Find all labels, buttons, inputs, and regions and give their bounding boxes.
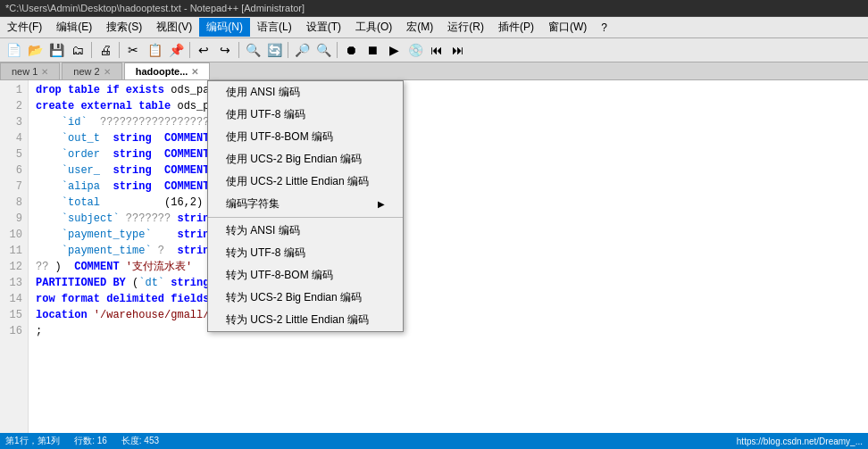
macro-save-btn[interactable]: 💿 [405, 40, 425, 60]
tab-close-icon[interactable]: ✕ [191, 67, 198, 77]
line-number-11: 11 [5, 243, 22, 259]
menu-item-label: 转为 UCS-2 Little Endian 编码 [226, 312, 369, 328]
encoding-menu-item-charset[interactable]: 编码字符集▶ [208, 193, 403, 215]
code-line-4[interactable]: `out_t string COMMENT '对外业务编号', [36, 130, 861, 146]
redo-btn[interactable]: ↪ [215, 40, 235, 60]
code-line-3[interactable]: `id` ?????????????????????'号', [36, 114, 861, 130]
line-number-13: 13 [5, 275, 22, 291]
macro-next-btn[interactable]: ⏭ [448, 40, 468, 60]
submenu-arrow-icon: ▶ [378, 199, 385, 209]
encoding-menu-item-toucs2le[interactable]: 转为 UCS-2 Little Endian 编码 [208, 309, 403, 331]
menu-item-tools[interactable]: 工具(O) [348, 18, 399, 37]
status-position: 第1行，第1列 [5, 435, 60, 447]
code-line-2[interactable]: create external table ods_payment_info( [36, 98, 861, 114]
find-btn[interactable]: 🔍 [243, 40, 263, 60]
macro-play-btn[interactable]: ▶ [384, 40, 404, 60]
menu-item-label: 使用 ANSI 编码 [226, 85, 300, 100]
code-line-9[interactable]: `subject` ??????? string COMMENT '交易内容', [36, 211, 861, 227]
new-btn[interactable]: 📄 [4, 40, 23, 60]
menu-item-window[interactable]: 窗口(W) [541, 18, 594, 37]
code-line-5[interactable]: `order string COMMENT '订单编号', [36, 146, 861, 162]
macro-stop-btn[interactable]: ⏹ [363, 40, 382, 60]
menu-separator-6 [208, 217, 403, 218]
status-length: 长度: 453 [121, 435, 159, 447]
menu-item-label: 编码字符集 [226, 196, 280, 212]
code-line-1[interactable]: drop table if exists ods_payment_info; [36, 82, 861, 98]
code-line-11[interactable]: `payment_time` ? string COMMENT '支付时间' [36, 243, 861, 259]
code-line-14[interactable]: row format delimited fields terminated b… [36, 291, 861, 307]
menu-item-settings[interactable]: 设置(T) [299, 18, 348, 37]
menu-item-macro[interactable]: 宏(M) [399, 18, 440, 37]
menu-item-label: 转为 ANSI 编码 [226, 223, 300, 238]
code-line-16[interactable]: ; [36, 323, 861, 339]
code-line-8[interactable]: `total (16,2) COMMENT '支付金额', [36, 195, 861, 211]
code-line-6[interactable]: `user_ string COMMENT '用户编号', [36, 162, 861, 179]
undo-btn[interactable]: ↩ [194, 40, 213, 60]
line-number-2: 2 [5, 98, 22, 114]
menu-item-plugins[interactable]: 插件(P) [491, 18, 541, 37]
code-area[interactable]: drop table if exists ods_payment_info;cr… [29, 80, 868, 447]
status-bar: 第1行，第1列 行数: 16 长度: 453 https://blog.csdn… [0, 433, 868, 449]
toolbar: 📄 📂 💾 🗂 🖨 ✂ 📋 📌 ↩ ↪ 🔍 🔄 🔎 🔍 ⏺ ⏹ ▶ 💿 ⏮ ⏭ [0, 38, 868, 62]
code-line-13[interactable]: PARTITIONED BY (`dt` string) [36, 275, 861, 291]
code-line-12[interactable]: ?? ) COMMENT '支付流水表' [36, 259, 861, 275]
zoom-in-btn[interactable]: 🔎 [292, 40, 312, 60]
line-number-9: 9 [5, 211, 22, 227]
line-number-4: 4 [5, 130, 22, 146]
cut-btn[interactable]: ✂ [123, 40, 143, 60]
tab-close-icon[interactable]: ✕ [104, 67, 111, 77]
menu-item-help[interactable]: ? [594, 20, 614, 36]
menu-item-label: 使用 UTF-8-BOM 编码 [226, 129, 333, 145]
encoding-menu-item-ucs2le[interactable]: 使用 UCS-2 Little Endian 编码 [208, 170, 403, 193]
code-line-10[interactable]: `payment_type` string COMMENT '支付类型', [36, 227, 861, 243]
replace-btn[interactable]: 🔄 [264, 40, 284, 60]
line-number-14: 14 [5, 291, 22, 307]
menu-item-language[interactable]: 语言(L) [250, 18, 299, 37]
line-number-10: 10 [5, 227, 22, 243]
encoding-menu-item-ansi[interactable]: 使用 ANSI 编码 [208, 81, 403, 104]
menu-item-label: 使用 UCS-2 Big Endian 编码 [226, 152, 362, 167]
save-all-btn[interactable]: 🗂 [68, 40, 88, 60]
menu-item-file[interactable]: 文件(F) [0, 18, 49, 37]
tab-label: hadoopte... [136, 66, 188, 77]
encoding-menu-item-toutf8[interactable]: 转为 UTF-8 编码 [208, 242, 403, 264]
menu-item-label: 转为 UTF-8-BOM 编码 [226, 268, 333, 283]
zoom-out-btn[interactable]: 🔍 [313, 40, 333, 60]
tab-tab1[interactable]: new 1✕ [0, 62, 60, 79]
tab-bar: new 1✕new 2✕hadoopte...✕ [0, 62, 868, 80]
code-line-7[interactable]: `alipa string COMMENT '支付宝交易流水编号', [36, 179, 861, 195]
save-btn[interactable]: 💾 [46, 40, 66, 60]
tab-close-icon[interactable]: ✕ [41, 67, 48, 77]
status-lines: 行数: 16 [74, 435, 107, 447]
line-number-5: 5 [5, 146, 22, 162]
encoding-dropdown-menu: 使用 ANSI 编码使用 UTF-8 编码使用 UTF-8-BOM 编码使用 U… [207, 80, 404, 332]
encoding-menu-item-toucs2be[interactable]: 转为 UCS-2 Big Endian 编码 [208, 287, 403, 309]
macro-prev-btn[interactable]: ⏮ [427, 40, 447, 60]
encoding-menu-item-ucs2be[interactable]: 使用 UCS-2 Big Endian 编码 [208, 148, 403, 170]
code-line-15[interactable]: location '/warehouse/gmall/ods/ods_payme… [36, 307, 861, 323]
status-url: https://blog.csdn.net/Dreamy_... [737, 437, 863, 446]
line-number-12: 12 [5, 259, 22, 275]
menu-item-view[interactable]: 视图(V) [149, 18, 199, 37]
tab-tab3[interactable]: hadoopte...✕ [124, 62, 211, 79]
macro-record-btn[interactable]: ⏺ [341, 40, 361, 60]
encoding-menu-item-utf8[interactable]: 使用 UTF-8 编码 [208, 104, 403, 126]
menu-item-search[interactable]: 搜索(S) [99, 18, 149, 37]
menu-item-run[interactable]: 运行(R) [440, 18, 491, 37]
encoding-menu-item-utf8bom[interactable]: 使用 UTF-8-BOM 编码 [208, 126, 403, 148]
line-number-3: 3 [5, 114, 22, 130]
encoding-menu-item-toansi[interactable]: 转为 ANSI 编码 [208, 220, 403, 242]
line-number-15: 15 [5, 307, 22, 323]
copy-btn[interactable]: 📋 [145, 40, 164, 60]
menu-item-label: 转为 UTF-8 编码 [226, 245, 305, 261]
tab-label: new 2 [73, 66, 99, 77]
open-btn[interactable]: 📂 [25, 40, 45, 60]
tab-label: new 1 [12, 66, 38, 77]
line-numbers: 12345678910111213141516 [0, 80, 29, 447]
encoding-menu-item-toutf8bom[interactable]: 转为 UTF-8-BOM 编码 [208, 264, 403, 287]
print-btn[interactable]: 🖨 [96, 40, 115, 60]
tab-tab2[interactable]: new 2✕ [62, 62, 121, 79]
paste-btn[interactable]: 📌 [166, 40, 186, 60]
menu-item-edit[interactable]: 编辑(E) [49, 18, 99, 37]
menu-item-encoding[interactable]: 编码(N) [199, 18, 250, 37]
